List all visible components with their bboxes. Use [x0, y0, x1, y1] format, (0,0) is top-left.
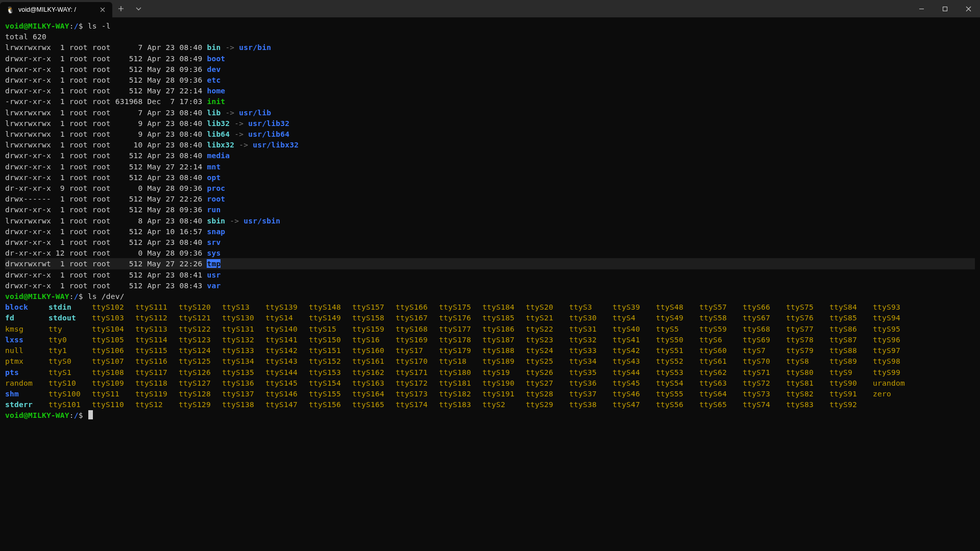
plus-icon — [118, 6, 124, 12]
maximize-button[interactable] — [933, 0, 957, 17]
terminal-output[interactable]: void@MILKY-WAY:/$ ls -l total 620 lrwxrw… — [0, 17, 980, 551]
tab-close-button[interactable] — [98, 5, 107, 14]
tab-title: void@MILKY-WAY: / — [18, 6, 76, 13]
titlebar: 🐧 void@MILKY-WAY: / — [0, 0, 980, 17]
titlebar-drag-area[interactable] — [147, 0, 910, 17]
svg-rect-0 — [943, 7, 947, 11]
chevron-down-icon — [136, 7, 141, 11]
close-icon — [966, 6, 971, 12]
new-tab-button[interactable] — [112, 0, 130, 17]
tab-dropdown-button[interactable] — [130, 0, 147, 17]
minimize-icon — [919, 6, 924, 12]
close-icon — [100, 7, 105, 12]
maximize-icon — [942, 6, 948, 12]
close-window-button[interactable] — [957, 0, 980, 17]
tab-active[interactable]: 🐧 void@MILKY-WAY: / — [0, 2, 112, 17]
cursor — [88, 410, 93, 419]
tux-icon: 🐧 — [6, 6, 14, 14]
minimize-button[interactable] — [910, 0, 933, 17]
